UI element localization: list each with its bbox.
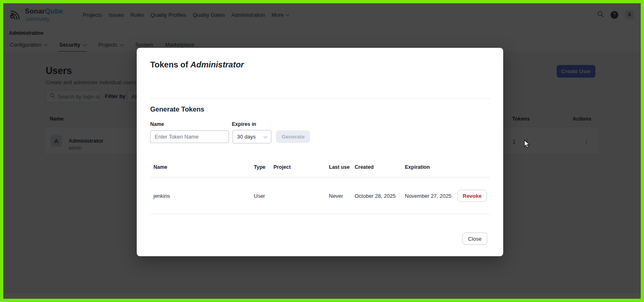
- divider: [150, 98, 490, 98]
- modal-title-prefix: Tokens of: [150, 60, 191, 69]
- chevron-down-icon: [264, 134, 268, 138]
- divider: [150, 177, 490, 177]
- divider: [150, 214, 490, 214]
- expires-in-value: 30 days: [237, 134, 256, 140]
- token-created: October 28, 2025: [355, 193, 405, 199]
- col-project: Project: [273, 164, 329, 170]
- token-expiration: November 27, 2025: [405, 193, 457, 199]
- app-frame: SonarQube community Projects Issues Rule…: [3, 3, 641, 299]
- token-name-label: Name: [150, 121, 164, 127]
- token-name-input[interactable]: [150, 130, 229, 143]
- token-name: jenkins: [153, 193, 254, 199]
- expires-in-select[interactable]: 30 days: [233, 130, 271, 143]
- col-created: Created: [355, 164, 405, 170]
- revoke-button[interactable]: Revoke: [457, 190, 487, 202]
- token-row: jenkins User Never October 28, 2025 Nove…: [153, 183, 487, 208]
- token-last-use: Never: [329, 193, 355, 199]
- token-type: User: [254, 193, 273, 199]
- col-name: Name: [153, 164, 254, 170]
- generate-tokens-heading: Generate Tokens: [150, 105, 204, 113]
- col-last-use: Last use: [329, 164, 355, 170]
- col-expiration: Expiration: [405, 164, 487, 170]
- close-button[interactable]: Close: [462, 233, 487, 245]
- tokens-modal: Tokens of Administrator Generate Tokens …: [137, 48, 503, 256]
- token-table-header: Name Type Project Last use Created Expir…: [153, 164, 487, 170]
- expires-in-label: Expires in: [232, 121, 256, 127]
- modal-title-username: Administrator: [191, 60, 244, 69]
- col-type: Type: [254, 164, 273, 170]
- modal-title: Tokens of Administrator: [150, 60, 244, 69]
- generate-button[interactable]: Generate: [276, 130, 310, 143]
